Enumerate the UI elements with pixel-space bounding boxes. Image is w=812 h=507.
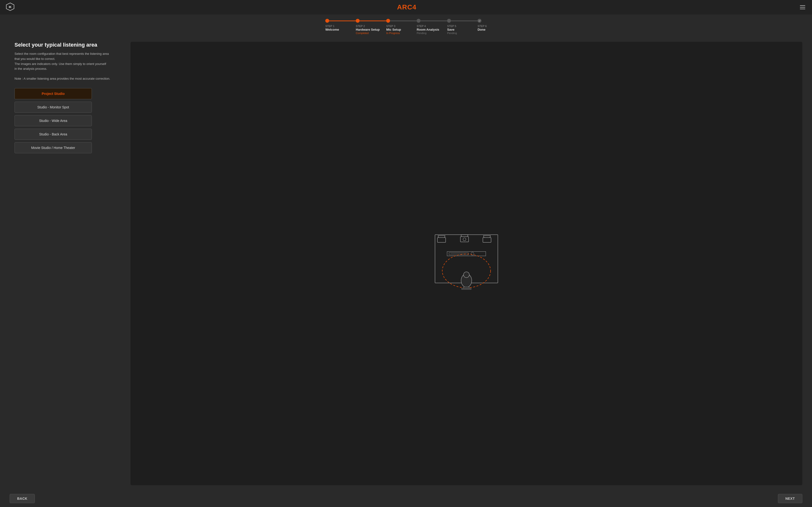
step-3-number: STEP 3: [386, 24, 401, 27]
back-button[interactable]: BACK: [10, 494, 35, 503]
step-6-number: STEP 6: [477, 24, 487, 27]
step-6: STEP 6 Done: [477, 19, 487, 32]
svg-rect-7: [460, 237, 469, 242]
option-studio-back-area[interactable]: Studio - Back Area: [14, 129, 92, 140]
step-4-number: STEP 4: [417, 24, 439, 27]
svg-point-24: [463, 272, 469, 278]
page-description: Select the room configuration that best …: [14, 51, 121, 71]
step-1-number: STEP 1: [325, 24, 339, 27]
svg-rect-26: [462, 288, 471, 289]
option-project-studio[interactable]: Project Studio: [14, 88, 92, 99]
step-1-connector: [329, 20, 356, 21]
preview-panel: [131, 42, 802, 485]
step-3-dot: [386, 19, 390, 23]
svg-line-5: [445, 236, 445, 237]
options-list: Project Studio Studio - Monitor Spot Stu…: [14, 88, 121, 153]
svg-point-8: [463, 238, 466, 241]
svg-line-4: [438, 236, 439, 237]
desc-line3: The images are indicators only. Use them…: [14, 62, 106, 66]
page-heading: Select your typical listening area: [14, 42, 121, 48]
next-button[interactable]: NEXT: [778, 494, 802, 503]
desc-line2: that you would like to correct.: [14, 57, 55, 61]
step-2-number: STEP 2: [356, 24, 379, 27]
step-5-name: Save: [447, 28, 457, 32]
note-text: Note : A smaller listening area provides…: [14, 76, 121, 81]
option-movie-studio-home-theater[interactable]: Movie Studio / Home Theater: [14, 142, 92, 153]
svg-line-9: [461, 235, 462, 237]
svg-line-13: [483, 236, 484, 237]
step-4: STEP 4 Room Analysis Pending: [417, 19, 447, 35]
svg-text:IK: IK: [9, 6, 12, 8]
svg-rect-17: [449, 252, 468, 255]
desc-line1: Select the room configuration that best …: [14, 52, 109, 56]
step-2-dot: [356, 19, 360, 23]
footer: BACK NEXT: [0, 490, 812, 507]
option-studio-monitor-spot[interactable]: Studio - Monitor Spot: [14, 102, 92, 113]
svg-line-14: [490, 236, 491, 237]
step-5: STEP 5 Save Pending: [447, 19, 477, 35]
step-4-status: Pending: [417, 32, 439, 35]
step-1-dot: [325, 19, 329, 23]
step-5-number: STEP 5: [447, 24, 457, 27]
step-2-status: Completed: [356, 32, 379, 35]
step-5-status: Pending: [447, 32, 457, 35]
step-1: STEP 1 Welcome: [325, 19, 356, 32]
svg-rect-12: [483, 237, 491, 242]
header: IK ARC4: [0, 0, 812, 14]
hamburger-menu-button[interactable]: [799, 4, 806, 10]
step-4-dot: [417, 19, 420, 23]
title-main: ARC: [397, 3, 412, 11]
step-3-status: In Progress: [386, 32, 401, 35]
logo-icon: IK: [6, 2, 14, 12]
step-1-name: Welcome: [325, 28, 339, 32]
svg-line-10: [467, 235, 468, 237]
svg-rect-3: [438, 237, 446, 242]
preview-illustration: [131, 42, 802, 485]
step-4-name: Room Analysis: [417, 28, 439, 32]
main-content: Select your typical listening area Selec…: [0, 37, 812, 490]
step-2-connector: [360, 20, 386, 21]
step-5-connector: [451, 20, 477, 21]
step-4-connector: [420, 20, 447, 21]
svg-rect-16: [447, 251, 486, 256]
stepper: STEP 1 Welcome STEP 2 Hardware Setup Com…: [0, 14, 812, 37]
step-2-name: Hardware Setup: [356, 28, 379, 32]
step-6-dot: [477, 19, 481, 23]
option-studio-wide-area[interactable]: Studio - Wide Area: [14, 115, 92, 126]
desc-line4: in the analysis process.: [14, 67, 47, 70]
step-3-connector: [390, 20, 417, 21]
left-panel: Select your typical listening area Selec…: [14, 42, 121, 485]
app-title: ARC4: [397, 3, 416, 11]
step-5-dot: [447, 19, 451, 23]
step-2: STEP 2 Hardware Setup Completed: [356, 19, 386, 35]
title-accent: 4: [412, 3, 417, 11]
step-3-name: Mic Setup: [386, 28, 401, 32]
step-6-name: Done: [477, 28, 487, 32]
step-3: STEP 3 Mic Setup In Progress: [386, 19, 417, 35]
